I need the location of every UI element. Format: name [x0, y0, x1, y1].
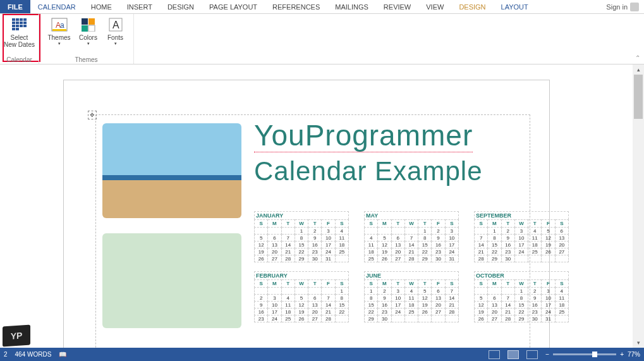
month-table[interactable]: SMTWTFS123456789101112131415161718192021…	[364, 219, 459, 262]
svg-rect-7	[23, 21, 27, 24]
tab-mailings[interactable]: MAILINGS	[327, 0, 376, 13]
month-table[interactable]: SMTWTFS123456789101112131415161718192021…	[474, 279, 569, 322]
month-june: JUNESMTWTFS12345678910111213141516171819…	[364, 271, 459, 322]
zoom-slider[interactable]	[553, 353, 616, 355]
tab-calendar[interactable]: Calendar	[30, 0, 83, 13]
group-calendar-label: Calendar	[0, 56, 39, 63]
tab-table-design[interactable]: DESIGN	[451, 0, 493, 13]
title-block: YouProgrammer Calendar Example	[254, 118, 530, 187]
tab-file[interactable]: FILE	[0, 0, 30, 13]
svg-rect-13	[16, 28, 19, 30]
page-number: 2	[4, 351, 8, 358]
month-name: OCTOBER	[474, 271, 569, 279]
collapse-ribbon-icon[interactable]: ⌃	[635, 54, 640, 61]
image-column	[102, 123, 241, 343]
month-table[interactable]: SMTWTFS123456789101112131415161718192021…	[474, 219, 569, 262]
ribbon: Select New Dates Calendar Aa Themes▾ Col…	[0, 14, 644, 64]
svg-rect-8	[12, 25, 15, 27]
month-name: SEPTEMBER	[474, 211, 569, 219]
svg-rect-17	[52, 29, 66, 31]
tab-home[interactable]: HOME	[83, 0, 119, 13]
avatar-icon	[630, 3, 639, 11]
svg-rect-18	[82, 18, 88, 25]
month-table[interactable]: SMTWTFS123456789101112131415161718192021…	[254, 219, 349, 262]
tab-page-layout[interactable]: PAGE LAYOUT	[202, 0, 265, 13]
month-september: SEPTEMBERSMTWTFS123456789101112131415161…	[474, 211, 569, 262]
menu-tabs: FILE Calendar HOME INSERT DESIGN PAGE LA…	[0, 0, 644, 14]
svg-rect-1	[16, 18, 19, 21]
svg-rect-19	[88, 18, 95, 25]
month-name: MAY	[364, 211, 459, 219]
colors-label: Colors	[79, 34, 97, 41]
yp-logo: YP	[3, 324, 30, 346]
tab-table-layout[interactable]: LAYOUT	[494, 0, 536, 13]
tab-design[interactable]: DESIGN	[160, 0, 202, 13]
svg-rect-2	[20, 18, 23, 21]
svg-text:A: A	[112, 20, 119, 30]
scroll-thumb[interactable]	[634, 75, 643, 119]
svg-rect-12	[12, 28, 15, 30]
calendar-grid: JANUARYSMTWTFS12345678910111213141516171…	[254, 211, 569, 322]
scroll-up-icon[interactable]: ▴	[633, 64, 644, 75]
svg-rect-6	[20, 21, 23, 24]
month-name: FEBRUARY	[254, 271, 349, 279]
tab-references[interactable]: REFERENCES	[265, 0, 327, 13]
doc-title-2[interactable]: Calendar Example	[254, 156, 530, 187]
photo-beach-kids[interactable]	[102, 123, 241, 218]
document-area: ✥ YouProgrammer Calendar Example JANUARY…	[0, 64, 633, 348]
colors-icon	[80, 16, 97, 33]
month-name: JANUARY	[254, 211, 349, 219]
sign-in-button[interactable]: Sign in	[601, 0, 644, 13]
zoom-level[interactable]: 77%	[628, 351, 640, 358]
word-count[interactable]: 464 WORDS	[15, 351, 52, 358]
zoom-control: − + 77%	[545, 351, 640, 358]
svg-rect-9	[16, 25, 19, 27]
tab-review[interactable]: REVIEW	[376, 0, 418, 13]
svg-text:a: a	[60, 21, 64, 30]
select-new-dates-button[interactable]: Select New Dates	[4, 15, 35, 48]
zoom-out-button[interactable]: −	[545, 351, 549, 358]
themes-icon: Aa	[51, 16, 68, 33]
fonts-label: Fonts	[107, 34, 123, 41]
month-table[interactable]: SMTWTFS123456789101112131415161718192021…	[364, 279, 459, 322]
colors-button[interactable]: Colors▾	[75, 15, 102, 46]
month-february: FEBRUARYSMTWTFS1234567891011121314151617…	[254, 271, 349, 322]
month-october: OCTOBERSMTWTFS12345678910111213141516171…	[474, 271, 569, 322]
view-print-layout[interactable]	[507, 350, 519, 359]
svg-rect-20	[82, 25, 88, 32]
tab-view[interactable]: VIEW	[418, 0, 451, 13]
svg-rect-5	[16, 21, 19, 24]
svg-rect-11	[23, 25, 27, 27]
month-may: MAYSMTWTFS123456789101112131415161718192…	[364, 211, 459, 262]
zoom-in-button[interactable]: +	[620, 351, 624, 358]
svg-rect-0	[12, 18, 15, 21]
svg-rect-3	[23, 18, 27, 21]
zoom-slider-thumb[interactable]	[592, 352, 597, 357]
fonts-button[interactable]: A Fonts▾	[103, 15, 128, 46]
svg-rect-10	[20, 25, 23, 27]
month-name: JUNE	[364, 271, 459, 279]
tab-insert[interactable]: INSERT	[119, 0, 160, 13]
group-themes-label: Themes	[39, 56, 133, 63]
photo-child-playing[interactable]	[102, 233, 241, 328]
scroll-down-icon[interactable]: ▾	[633, 338, 644, 348]
status-bar: 2 464 WORDS 📖 − + 77%	[0, 348, 644, 361]
page-indicator[interactable]: 2	[4, 351, 8, 358]
svg-rect-21	[88, 25, 95, 32]
fonts-icon: A	[107, 16, 124, 33]
doc-title-1[interactable]: YouProgrammer	[254, 118, 530, 152]
svg-rect-4	[12, 21, 15, 24]
content-container: YouProgrammer Calendar Example JANUARYSM…	[95, 114, 530, 348]
select-new-dates-label: Select New Dates	[4, 34, 35, 48]
sign-in-label: Sign in	[606, 3, 628, 11]
calendar-grid-icon	[11, 16, 28, 33]
vertical-scrollbar[interactable]: ▴ ▾	[633, 64, 644, 348]
month-table[interactable]: SMTWTFS123456789101112131415161718192021…	[254, 279, 349, 322]
themes-label: Themes	[47, 34, 70, 41]
view-web-layout[interactable]	[526, 350, 538, 359]
themes-button[interactable]: Aa Themes▾	[45, 15, 74, 46]
view-read-mode[interactable]	[489, 350, 500, 359]
month-january: JANUARYSMTWTFS12345678910111213141516171…	[254, 211, 349, 262]
page[interactable]: ✥ YouProgrammer Calendar Example JANUARY…	[63, 80, 550, 348]
spellcheck-icon[interactable]: 📖	[59, 351, 66, 358]
